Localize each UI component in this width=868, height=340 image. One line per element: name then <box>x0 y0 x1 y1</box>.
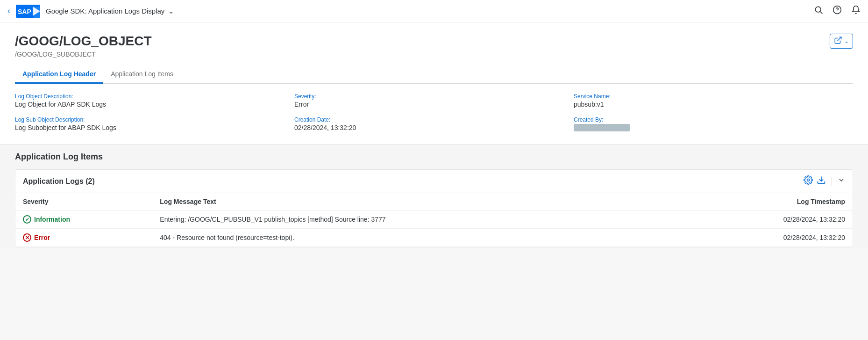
severity-label: Severity: <box>294 93 574 100</box>
table-card-header: Application Logs (2) <box>15 170 853 193</box>
application-logs-table: Severity Log Message Text Log Timestamp … <box>15 193 853 247</box>
log-object-desc-field: Log Object Description: Log Object for A… <box>15 93 294 108</box>
timestamp-cell-0: 02/28/2024, 13:32:20 <box>683 210 853 229</box>
log-sub-object-desc-label: Log Sub Object Description: <box>15 116 294 123</box>
severity-cell-0: ✓ Information <box>15 210 152 229</box>
nav-chevron-icon: ⌄ <box>168 7 174 15</box>
header-action-area: ⌄ <box>830 34 853 49</box>
table-row: ✕ Error 404 - Resource not found (resour… <box>15 229 853 247</box>
collapse-icon[interactable] <box>838 176 845 186</box>
col-severity: Severity <box>15 193 152 210</box>
timestamp-cell-1: 02/28/2024, 13:32:20 <box>683 229 853 247</box>
search-icon[interactable] <box>814 5 823 17</box>
log-object-desc-label: Log Object Description: <box>15 93 294 100</box>
main-content: /GOOG/LOG_OBJECT /GOOG/LOG_SUBOBJECT ⌄ A… <box>0 22 868 84</box>
message-cell-1: 404 - Resource not found (resource=test-… <box>152 229 683 247</box>
help-icon[interactable] <box>832 5 842 17</box>
details-panel: Log Object Description: Log Object for A… <box>0 84 868 145</box>
export-icon <box>834 36 842 46</box>
tabs: Application Log Header Application Log I… <box>15 65 853 84</box>
svg-line-5 <box>820 12 823 14</box>
top-nav: ‹ SAP Google SDK: Application Logs Displ… <box>0 0 868 22</box>
back-button[interactable]: ‹ <box>7 6 10 16</box>
severity-value: Error <box>294 101 574 108</box>
log-sub-object-desc-field: Log Sub Object Description: Log Subobjec… <box>15 116 294 133</box>
log-sub-object-desc-value: Log Subobject for ABAP SDK Logs <box>15 124 294 131</box>
table-actions-divider <box>832 177 832 186</box>
application-logs-table-card: Application Logs (2) <box>15 169 853 247</box>
svg-point-4 <box>815 7 821 12</box>
log-items-section-title: Application Log Items <box>15 152 853 162</box>
tab-application-log-items[interactable]: Application Log Items <box>103 65 181 84</box>
page-object-subtitle: /GOOG/LOG_SUBOBJECT <box>15 51 853 58</box>
created-by-value <box>574 124 853 133</box>
error-icon: ✕ <box>23 233 31 242</box>
col-message: Log Message Text <box>152 193 683 210</box>
message-cell-0: Entering: /GOOG/CL_PUBSUB_V1 publish_top… <box>152 210 683 229</box>
settings-icon[interactable] <box>804 175 813 187</box>
sap-logo-svg: SAP <box>16 5 40 18</box>
created-by-field: Created By: <box>574 116 853 133</box>
notification-icon[interactable] <box>851 5 861 17</box>
details-grid: Log Object Description: Log Object for A… <box>15 93 853 133</box>
svg-point-9 <box>807 179 810 181</box>
log-items-section: Application Log Items Application Logs (… <box>0 145 868 247</box>
service-name-label: Service Name: <box>574 93 853 100</box>
severity-label-0: Information <box>34 216 70 223</box>
export-table-icon[interactable] <box>817 175 826 187</box>
severity-field: Severity: Error <box>294 93 574 108</box>
export-button[interactable]: ⌄ <box>830 34 853 49</box>
svg-line-8 <box>838 37 841 41</box>
severity-label-1: Error <box>34 234 50 241</box>
created-by-label: Created By: <box>574 116 853 123</box>
service-name-field: Service Name: pubsub:v1 <box>574 93 853 108</box>
table-row: ✓ Information Entering: /GOOG/CL_PUBSUB_… <box>15 210 853 229</box>
tab-application-log-header[interactable]: Application Log Header <box>15 65 103 84</box>
info-icon: ✓ <box>23 215 31 224</box>
table-card-title: Application Logs (2) <box>23 177 804 186</box>
svg-text:SAP: SAP <box>18 8 31 15</box>
export-chevron-icon: ⌄ <box>844 38 849 44</box>
creation-date-field: Creation Date: 02/28/2024, 13:32:20 <box>294 116 574 133</box>
sap-logo: SAP <box>16 5 40 18</box>
nav-icons <box>814 5 861 17</box>
creation-date-value: 02/28/2024, 13:32:20 <box>294 124 574 131</box>
creation-date-label: Creation Date: <box>294 116 574 123</box>
log-object-desc-value: Log Object for ABAP SDK Logs <box>15 101 294 108</box>
nav-title: Google SDK: Application Logs Display ⌄ <box>46 7 814 15</box>
severity-cell-1: ✕ Error <box>15 229 152 247</box>
page-object-title: /GOOG/LOG_OBJECT <box>15 34 853 49</box>
service-name-value: pubsub:v1 <box>574 101 853 108</box>
created-by-redacted <box>574 124 630 131</box>
table-actions <box>804 175 845 187</box>
col-timestamp: Log Timestamp <box>683 193 853 210</box>
